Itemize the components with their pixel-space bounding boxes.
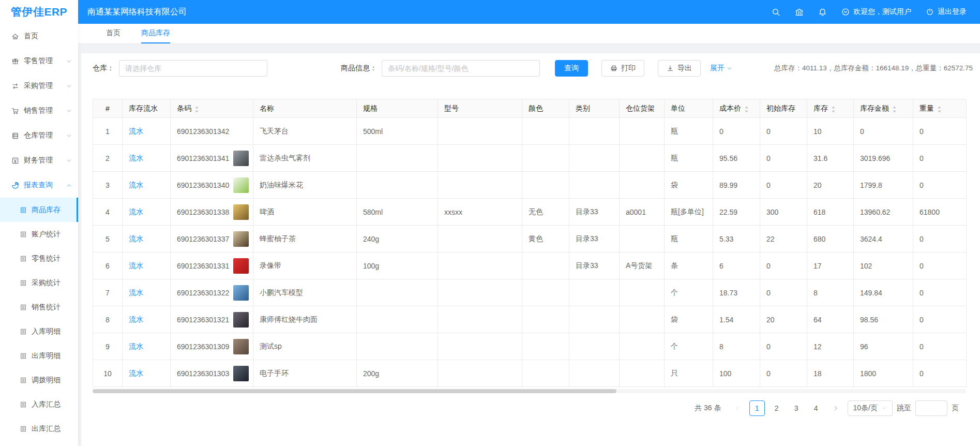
flow-link[interactable]: 流水 — [129, 369, 143, 377]
column-header-11[interactable]: 成本价 — [713, 99, 760, 118]
flow-link[interactable]: 流水 — [129, 154, 143, 162]
flow-link[interactable]: 流水 — [129, 261, 143, 270]
product-thumbnail[interactable] — [233, 204, 249, 220]
expand-link[interactable]: 展开 — [710, 64, 732, 73]
sidebar-subitem-6[interactable]: 入库明细 — [0, 319, 78, 344]
sort-icon[interactable] — [892, 106, 897, 112]
sidebar-subitem-10[interactable]: 出库汇总 — [0, 417, 78, 441]
product-thumbnail[interactable] — [233, 151, 249, 166]
horizontal-scrollbar-thumb[interactable] — [93, 389, 616, 393]
sidebar-subitem-2[interactable]: 账户统计 — [0, 222, 78, 246]
page-button-2[interactable]: 2 — [769, 400, 785, 416]
spec — [357, 279, 438, 306]
sidebar-subitem-3[interactable]: 零售统计 — [0, 246, 78, 271]
sort-icon[interactable] — [194, 106, 199, 112]
tab-1[interactable]: 首页 — [106, 24, 120, 43]
sidebar-item-4[interactable]: 销售管理 — [0, 98, 78, 123]
spec: 100g — [357, 252, 438, 279]
bank-icon[interactable] — [795, 8, 804, 17]
spec — [357, 172, 438, 199]
print-button[interactable]: 打印 — [601, 60, 644, 77]
column-header-14[interactable]: 库存金额 — [854, 99, 913, 118]
flow-link-cell: 流水 — [123, 333, 171, 360]
sidebar-item-1[interactable]: 首页 — [0, 24, 78, 49]
product-info-input[interactable] — [382, 60, 540, 77]
doc-icon — [20, 328, 27, 335]
logout-button[interactable]: 退出登录 — [926, 7, 967, 17]
sidebar-item-7[interactable]: 报表查询 — [0, 173, 78, 198]
color — [522, 333, 569, 360]
flow-link[interactable]: 流水 — [129, 234, 143, 243]
sidebar-subitem-4[interactable]: 采购统计 — [0, 271, 78, 295]
product-thumbnail[interactable] — [233, 312, 249, 328]
report-icon — [11, 182, 19, 189]
color — [522, 252, 569, 279]
warehouse-select[interactable] — [119, 60, 267, 77]
product-thumbnail[interactable] — [233, 285, 249, 301]
unit: 个 — [665, 333, 713, 360]
flow-link[interactable]: 流水 — [129, 342, 143, 350]
stock-amount: 0 — [854, 118, 913, 145]
model — [438, 333, 522, 360]
product-thumbnail[interactable] — [233, 258, 249, 274]
user-menu[interactable]: 欢迎您，测试用户 — [841, 7, 911, 17]
horizontal-scrollbar[interactable] — [93, 389, 966, 393]
product-thumbnail[interactable] — [233, 339, 249, 354]
sidebar-subitem-7[interactable]: 出库明细 — [0, 344, 78, 368]
query-button[interactable]: 查询 — [555, 60, 588, 77]
tab-2[interactable]: 商品库存 — [141, 24, 170, 43]
page-button-3[interactable]: 3 — [789, 400, 804, 416]
sidebar-subitem-8[interactable]: 调拨明细 — [0, 368, 78, 392]
flow-link[interactable]: 流水 — [129, 315, 143, 323]
product-thumbnail[interactable] — [233, 177, 249, 193]
color — [522, 360, 569, 387]
doc-icon — [20, 206, 27, 214]
sidebar-item-3[interactable]: 采购管理 — [0, 73, 78, 98]
spec: 500ml — [357, 118, 438, 145]
flow-link[interactable]: 流水 — [129, 127, 143, 135]
column-header-2: 库存流水 — [123, 99, 171, 118]
product-name: 小鹏汽车模型 — [253, 279, 357, 306]
next-page-button[interactable] — [828, 400, 843, 416]
page-button-1[interactable]: 1 — [749, 400, 765, 416]
stock: 12 — [807, 333, 854, 360]
bell-icon[interactable] — [818, 8, 827, 17]
sidebar-subitem-5[interactable]: 销售统计 — [0, 295, 78, 319]
shelf: A号货架 — [620, 252, 665, 279]
sidebar-subitem-1[interactable]: 商品库存 — [0, 198, 78, 222]
product-thumbnail[interactable] — [233, 231, 249, 247]
inventory-table: #库存流水条码名称规格型号颜色类别仓位货架单位成本价初始库存库存库存金额重量 1… — [93, 99, 967, 387]
color — [522, 279, 569, 306]
sort-icon[interactable] — [937, 106, 942, 112]
jump-input[interactable] — [915, 400, 947, 416]
initial-stock: 22 — [760, 226, 807, 252]
export-button[interactable]: 导出 — [658, 60, 701, 77]
sidebar-item-2[interactable]: 零售管理 — [0, 49, 78, 73]
page-size-select[interactable]: 10条/页 — [848, 400, 893, 416]
sort-icon[interactable] — [744, 106, 749, 112]
flow-link-cell: 流水 — [123, 279, 171, 306]
flow-link[interactable]: 流水 — [129, 181, 143, 189]
stock: 8 — [807, 279, 854, 306]
sidebar-item-6[interactable]: 财务管理 — [0, 148, 78, 173]
column-header-3[interactable]: 条码 — [171, 99, 253, 118]
column-label: 颜色 — [529, 104, 543, 112]
row-index: 7 — [93, 279, 123, 306]
sort-icon[interactable] — [831, 106, 836, 112]
search-icon[interactable] — [772, 8, 780, 17]
flow-link[interactable]: 流水 — [129, 288, 143, 296]
column-label: 仓位货架 — [626, 104, 655, 112]
sidebar-item-5[interactable]: 仓库管理 — [0, 123, 78, 148]
prev-page-button[interactable] — [730, 400, 745, 416]
flow-link[interactable]: 流水 — [129, 207, 143, 216]
page-button-4[interactable]: 4 — [808, 400, 824, 416]
chevron-down-icon — [66, 133, 72, 139]
expand-label: 展开 — [710, 64, 725, 73]
table-row: 3流水6901236301340奶油味爆米花袋89.990201799.80 — [93, 172, 967, 199]
cost-price: 22.59 — [713, 199, 760, 226]
column-header-13[interactable]: 库存 — [807, 99, 854, 118]
sidebar-subitem-9[interactable]: 入库汇总 — [0, 392, 78, 417]
column-header-15[interactable]: 重量 — [913, 99, 967, 118]
product-thumbnail[interactable] — [233, 366, 249, 381]
stock: 680 — [807, 226, 854, 252]
